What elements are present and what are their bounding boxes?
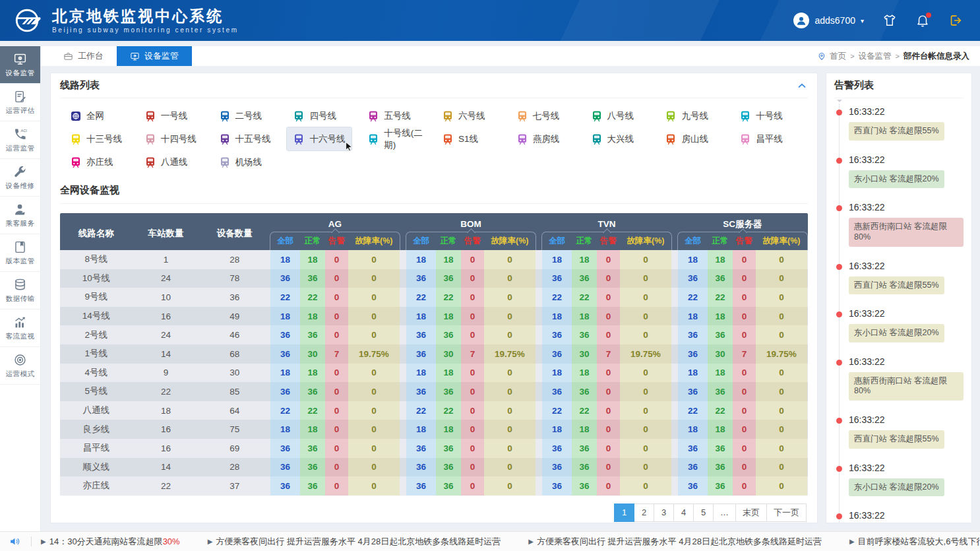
line-item-昌平线[interactable]: 昌平线 xyxy=(733,127,793,150)
cell-value: 0 xyxy=(484,288,536,307)
breadcrumb-item[interactable]: 部件台帐信息录入 xyxy=(903,51,969,62)
alarm-time: 16:33:22 xyxy=(849,202,964,212)
subcolumn-header: 全部 xyxy=(406,232,436,250)
line-item-五号线[interactable]: 五号线 xyxy=(361,104,421,127)
page-button-3[interactable]: 3 xyxy=(654,503,674,522)
table-row-8号线[interactable]: 8号线128181800181800181800181800 xyxy=(60,250,808,269)
breadcrumb-item[interactable]: 设备监管 xyxy=(859,51,892,62)
cell-stations: 14 xyxy=(133,344,200,364)
alarm-item[interactable]: 16:33:22东小口站 客流超限20% xyxy=(834,154,964,189)
line-item-八号线[interactable]: 八号线 xyxy=(585,104,644,127)
group-separator xyxy=(672,269,677,288)
table-row-10号线[interactable]: 10号线2478363600363600363600363600 xyxy=(60,269,808,288)
cell-stations: 9 xyxy=(133,364,200,383)
line-item-燕房线[interactable]: 燕房线 xyxy=(510,127,570,150)
table-row-14号线[interactable]: 14号线1649181800181800181800181800 xyxy=(60,307,808,326)
last-page-button[interactable]: 末页 xyxy=(735,503,767,522)
user-menu[interactable]: adds6700 ▾ xyxy=(793,13,864,28)
line-item-七号线[interactable]: 七号线 xyxy=(510,104,570,127)
table-row-9号线[interactable]: 9号线1036222200222200222200222200 xyxy=(60,288,808,307)
collapse-chevron-up-icon[interactable] xyxy=(796,80,808,92)
line-item-十五号线[interactable]: 十五号线 xyxy=(213,127,278,150)
cell-group: 222200 xyxy=(270,401,400,420)
alarm-item[interactable]: 16:33:22东小口站 客流超限20% xyxy=(834,463,964,497)
breadcrumb-item[interactable]: 首页 xyxy=(830,51,846,62)
line-item-S1线[interactable]: S1线 xyxy=(436,127,495,150)
train-icon xyxy=(592,134,602,145)
sidebar-item-运营模式[interactable]: 运营模式 xyxy=(0,347,40,385)
page-button-4[interactable]: 4 xyxy=(673,503,694,522)
sidebar-item-运营监管[interactable]: ACC运营监管 xyxy=(0,121,40,159)
tab-工作台[interactable]: 工作台 xyxy=(50,46,117,66)
alarm-item[interactable]: 16:33:22惠新西街南口站 客流超限80% xyxy=(834,510,964,523)
cell-group: 181800 xyxy=(406,250,536,269)
username: adds6700 xyxy=(814,15,855,26)
sidebar-item-设备监管[interactable]: 设备监管 xyxy=(0,46,40,84)
line-item-八通线[interactable]: 八通线 xyxy=(138,150,198,174)
alarm-item[interactable]: 16:33:22西直门站 客流超限55% xyxy=(834,106,964,141)
logout-icon[interactable] xyxy=(948,13,963,28)
page-button-5[interactable]: 5 xyxy=(693,503,714,522)
cell-value: 0 xyxy=(348,476,400,496)
alarm-item[interactable]: 16:33:22惠新西街南口站 客流超限80% xyxy=(834,356,964,401)
cell-group: 363600 xyxy=(406,476,536,496)
cell-value: 0 xyxy=(756,439,807,458)
page-button-2[interactable]: 2 xyxy=(634,503,654,522)
alarm-item[interactable]: 16:33:22西直门站 客流超限55% xyxy=(834,261,964,295)
tab-设备监管[interactable]: 设备监管 xyxy=(117,46,192,66)
notifications-bell-icon[interactable] xyxy=(915,13,930,28)
cell-value: 0 xyxy=(484,307,536,326)
line-item-十号线[interactable]: 十号线 xyxy=(733,104,793,127)
next-page-button[interactable]: 下一页 xyxy=(766,503,807,522)
table-row-顺义线[interactable]: 顺义线1428363600363600363600363600 xyxy=(60,458,808,477)
table-row-良乡线[interactable]: 良乡线1675181800181800181800181800 xyxy=(60,420,808,439)
group-separator xyxy=(400,420,406,439)
top-bar: 北京地铁监视中心系统 Beijing subway monitoring cen… xyxy=(0,0,980,41)
line-item-四号线[interactable]: 四号线 xyxy=(287,104,346,127)
table-row-亦庄线[interactable]: 亦庄线2237363600363600363600363600 xyxy=(60,476,808,496)
sidebar-item-版本监管[interactable]: 版本监管 xyxy=(0,234,40,272)
table-row-4号线[interactable]: 4号线930181800181800181800181800 xyxy=(60,364,808,383)
group-separator xyxy=(672,325,677,344)
line-item-亦庄线[interactable]: 亦庄线 xyxy=(64,150,123,174)
page-button-1[interactable]: 1 xyxy=(614,503,634,522)
line-item-房山线[interactable]: 房山线 xyxy=(659,127,718,150)
line-item-一号线[interactable]: 一号线 xyxy=(138,104,198,127)
sidebar-item-客流监视[interactable]: 客流监视 xyxy=(0,309,40,347)
line-item-九号线[interactable]: 九号线 xyxy=(659,104,718,127)
line-item-全网[interactable]: 全网 xyxy=(64,104,123,127)
cell-value: 0 xyxy=(348,269,400,288)
cell-value: 18 xyxy=(300,420,325,439)
table-row-1号线[interactable]: 1号线14683630719.75%3630719.75%3630719.75%… xyxy=(60,344,808,364)
alarm-item[interactable]: 16:33:22东小口站 客流超限20% xyxy=(834,308,964,342)
theme-skin-icon[interactable] xyxy=(882,13,897,28)
cell-value: 36 xyxy=(270,439,300,458)
sidebar-item-运营评估[interactable]: 运营评估 xyxy=(0,84,40,121)
sidebar-item-设备维修[interactable]: 设备维修 xyxy=(0,159,40,197)
cell-value: 36 xyxy=(270,382,300,401)
alarm-item[interactable]: 16:33:22惠新西街南口站 客流超限80% xyxy=(834,202,964,246)
line-item-十号线(二期)[interactable]: 十号线(二期) xyxy=(361,127,436,150)
line-item-二号线[interactable]: 二号线 xyxy=(213,104,272,127)
line-item-六号线[interactable]: 六号线 xyxy=(436,104,495,127)
alarm-item[interactable]: 16:33:22西直门站 客流超限55% xyxy=(834,414,964,449)
page-button-…[interactable]: … xyxy=(713,503,736,522)
table-row-八通线[interactable]: 八通线1864222200222200222200222200 xyxy=(60,401,808,420)
line-label: 亦庄线 xyxy=(86,156,113,168)
line-item-十六号线[interactable]: 十六号线 xyxy=(287,127,352,150)
alarm-badge: 西直门站 客流超限55% xyxy=(849,122,944,141)
train-icon xyxy=(665,134,676,145)
table-row-2号线[interactable]: 2号线2446363600363600363600363600 xyxy=(60,325,808,344)
line-item-机场线[interactable]: 机场线 xyxy=(213,150,272,174)
table-row-5号线[interactable]: 5号线2285363600363600363600363600 xyxy=(60,382,808,401)
table-row-昌平线[interactable]: 昌平线1669363600363600363600363600 xyxy=(60,439,808,458)
line-item-十四号线[interactable]: 十四号线 xyxy=(138,127,203,150)
cell-value: 36 xyxy=(406,325,436,344)
sidebar-item-乘客服务[interactable]: 乘客服务 xyxy=(0,197,40,234)
cell-value: 18 xyxy=(436,420,461,439)
cell-value: 0 xyxy=(484,269,536,288)
line-item-十三号线[interactable]: 十三号线 xyxy=(64,127,129,150)
line-item-大兴线[interactable]: 大兴线 xyxy=(585,127,644,150)
sidebar-item-数据传输[interactable]: 数据传输 xyxy=(0,272,40,309)
group-separator xyxy=(672,401,677,420)
